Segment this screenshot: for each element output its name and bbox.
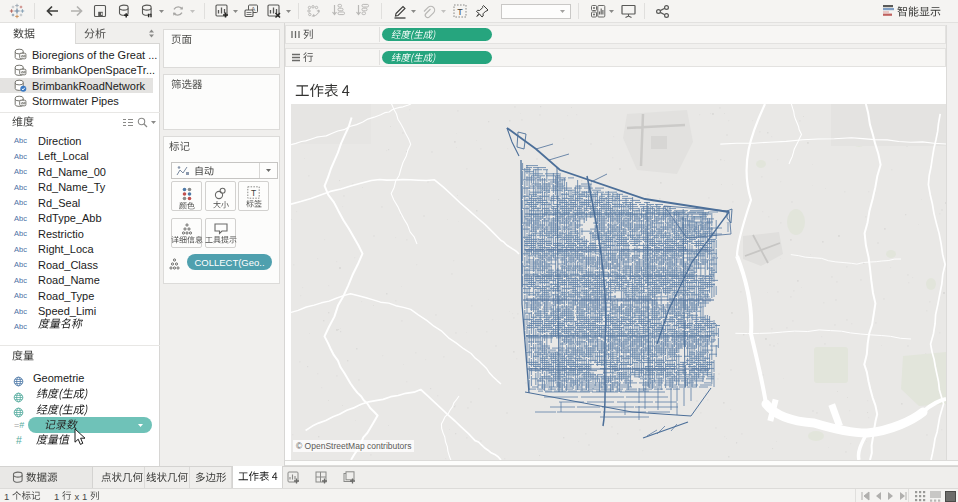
svg-text:T: T bbox=[251, 188, 256, 198]
svg-text:T: T bbox=[457, 7, 463, 17]
